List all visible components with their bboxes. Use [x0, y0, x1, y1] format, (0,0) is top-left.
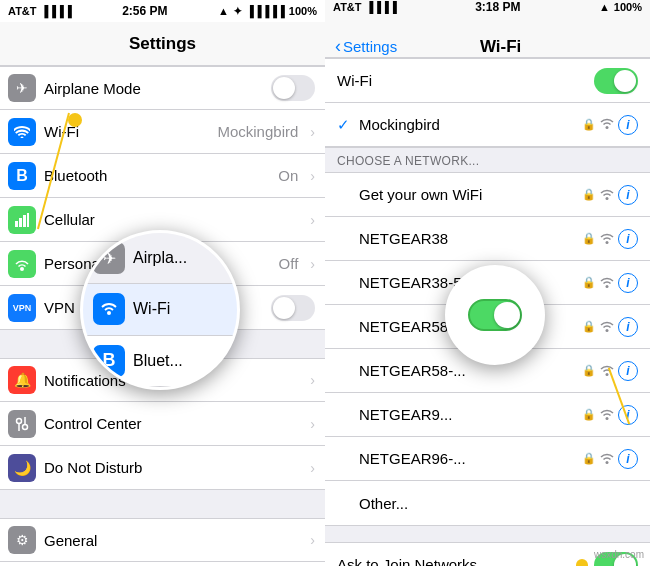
notifications-chevron: › [310, 372, 315, 388]
network-icons-1: 🔒 i [582, 229, 638, 249]
info-6[interactable]: i [618, 449, 638, 469]
svg-point-16 [606, 417, 609, 420]
mag-wifi-icon [93, 293, 125, 325]
network-name-5: NETGEAR9... [359, 406, 578, 423]
network-row-1[interactable]: NETGEAR38 🔒 i [325, 217, 650, 261]
lock-4: 🔒 [582, 364, 596, 377]
airplane-toggle[interactable] [271, 75, 315, 101]
network-icons-2: 🔒 i [582, 273, 638, 293]
network-row-0[interactable]: Get your own WiFi 🔒 i [325, 173, 650, 217]
ask-join-label: Ask to Join Networks [337, 556, 576, 566]
wifi-toggle[interactable] [594, 68, 638, 94]
svg-point-10 [606, 126, 609, 129]
wifi-row-icon [8, 118, 36, 146]
right-signal: ▐▐▐▐ [366, 1, 397, 13]
general-row[interactable]: ⚙ General › [0, 518, 325, 562]
control-center-row[interactable]: Control Center › [0, 402, 325, 446]
bluetooth-row[interactable]: B Bluetooth On › [0, 154, 325, 198]
wifi-6 [600, 453, 614, 464]
general-group: ⚙ General › ☀ Display & Brightness › 🖼 W… [0, 518, 325, 566]
network-icons-3: 🔒 i [582, 317, 638, 337]
wifi-status-icon: ▲ [218, 5, 229, 17]
svg-point-17 [606, 461, 609, 464]
network-icons-0: 🔒 i [582, 185, 638, 205]
info-0[interactable]: i [618, 185, 638, 205]
battery-icon: ▐▐▐▐▐ [246, 5, 285, 17]
wifi-2 [600, 277, 614, 288]
magnifier-left: ✈ Airpla... Wi-Fi B Bluet... [80, 230, 240, 390]
dnd-icon: 🌙 [8, 454, 36, 482]
vpn-toggle[interactable] [271, 295, 315, 321]
svg-point-9 [107, 311, 111, 315]
wifi-3 [600, 321, 614, 332]
network-row-other[interactable]: Other... [325, 481, 650, 525]
wifi-value: Mockingbird [217, 123, 298, 140]
wifi-row[interactable]: Wi-Fi Mockingbird › [0, 110, 325, 154]
current-network-name: Mockingbird [359, 116, 578, 133]
lock-1: 🔒 [582, 232, 596, 245]
status-left: AT&T ▐▐▐▐ [8, 5, 72, 17]
mag-wifi-row: Wi-Fi [83, 284, 237, 335]
wifi-chevron: › [310, 124, 315, 140]
airplane-row[interactable]: ✈ Airplane Mode [0, 66, 325, 110]
wifi-toggle-knob [614, 70, 636, 92]
current-network-icons: 🔒 i [582, 115, 638, 135]
hotspot-chevron: › [310, 256, 315, 272]
left-panel: AT&T ▐▐▐▐ 2:56 PM ▲ ✦ ▐▐▐▐▐ 100% Setting… [0, 0, 325, 566]
network-row-5[interactable]: NETGEAR9... 🔒 i [325, 393, 650, 437]
left-status-bar: AT&T ▐▐▐▐ 2:56 PM ▲ ✦ ▐▐▐▐▐ 100% [0, 0, 325, 22]
svg-rect-2 [23, 215, 26, 227]
wifi-5 [600, 409, 614, 420]
right-panel: AT&T ▐▐▐▐ 3:18 PM ▲ 100% ‹ Settings Wi-F… [325, 0, 650, 566]
left-title: Settings [129, 34, 196, 54]
control-center-icon [8, 410, 36, 438]
wifi-main-label: Wi-Fi [337, 72, 594, 89]
lock-icon: 🔒 [582, 118, 596, 131]
network-row-6[interactable]: NETGEAR96-... 🔒 i [325, 437, 650, 481]
right-title: Wi-Fi [401, 37, 600, 57]
control-center-label: Control Center [44, 415, 302, 432]
right-status-left: AT&T ▐▐▐▐ [333, 1, 397, 13]
info-3[interactable]: i [618, 317, 638, 337]
cellular-chevron: › [310, 212, 315, 228]
svg-rect-1 [19, 218, 22, 227]
notifications-icon: 🔔 [8, 366, 36, 394]
svg-point-5 [17, 418, 22, 423]
svg-point-13 [606, 285, 609, 288]
dnd-row[interactable]: 🌙 Do Not Disturb › [0, 446, 325, 490]
info-4[interactable]: i [618, 361, 638, 381]
airplane-toggle-knob [273, 77, 295, 99]
wifi-main-row[interactable]: Wi-Fi [325, 59, 650, 103]
lock-5: 🔒 [582, 408, 596, 421]
lock-6: 🔒 [582, 452, 596, 465]
hotspot-value: Off [279, 255, 299, 272]
back-button[interactable]: ‹ Settings [335, 36, 397, 57]
display-row[interactable]: ☀ Display & Brightness › [0, 562, 325, 566]
control-center-chevron: › [310, 416, 315, 432]
lock-3: 🔒 [582, 320, 596, 333]
vpn-icon: VPN [8, 294, 36, 322]
wifi-label: Wi-Fi [44, 123, 209, 140]
ask-yellow-dot [576, 559, 588, 567]
mag-toggle [468, 299, 522, 331]
right-status-right: ▲ 100% [599, 1, 642, 13]
current-info-icon[interactable]: i [618, 115, 638, 135]
checkmark-icon: ✓ [337, 116, 355, 134]
bluetooth-icon: B [8, 162, 36, 190]
svg-rect-3 [27, 213, 29, 227]
hotspot-icon [8, 250, 36, 278]
info-2[interactable]: i [618, 273, 638, 293]
mag-wifi-label: Wi-Fi [133, 300, 170, 318]
back-chevron-icon: ‹ [335, 36, 341, 57]
magnifier-content: ✈ Airpla... Wi-Fi B Bluet... [83, 233, 237, 387]
carrier-left: AT&T [8, 5, 37, 17]
lock-2: 🔒 [582, 276, 596, 289]
back-label: Settings [343, 38, 397, 55]
info-1[interactable]: i [618, 229, 638, 249]
network-name-6: NETGEAR96-... [359, 450, 578, 467]
right-battery: 100% [614, 1, 642, 13]
wifi-main-section: Wi-Fi ✓ Mockingbird 🔒 i [325, 58, 650, 148]
svg-point-14 [606, 329, 609, 332]
bluetooth-value: On [278, 167, 298, 184]
current-network-row[interactable]: ✓ Mockingbird 🔒 i [325, 103, 650, 147]
